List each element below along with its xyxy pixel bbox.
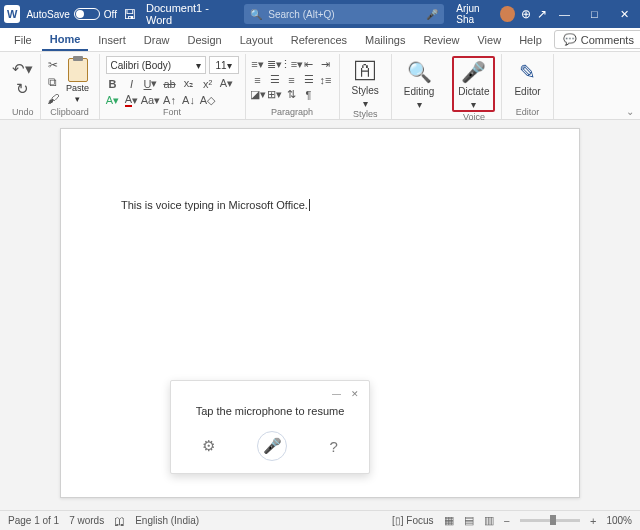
comments-button[interactable]: 💬 Comments (554, 30, 640, 49)
clipboard-group-label: Clipboard (47, 107, 93, 119)
shrink-font-icon[interactable]: A↓ (182, 94, 196, 106)
copy-icon[interactable]: ⧉ (47, 75, 59, 89)
align-center-icon[interactable]: ☰ (269, 73, 281, 86)
editing-button[interactable]: 🔍 Editing ▾ (398, 56, 441, 110)
close-button[interactable]: ✕ (612, 8, 636, 21)
maximize-button[interactable]: □ (582, 8, 606, 20)
borders-icon[interactable]: ⊞▾ (269, 88, 281, 101)
word-count[interactable]: 7 words (69, 515, 104, 526)
decrease-indent-icon[interactable]: ⇤ (303, 58, 315, 71)
superscript-icon[interactable]: x² (201, 78, 215, 90)
bullets-icon[interactable]: ≡▾ (252, 58, 264, 71)
mic-icon[interactable]: 🎤 (426, 9, 438, 20)
toggle-off-icon[interactable] (74, 8, 100, 20)
undo-icon[interactable]: ↶▾ (12, 60, 34, 78)
search-box[interactable]: 🔍 Search (Alt+Q) 🎤 (244, 4, 444, 24)
redo-icon[interactable]: ↻ (12, 80, 34, 98)
editor-icon: ✎ (519, 60, 536, 84)
user-account[interactable]: Arjun Sha (456, 3, 514, 25)
read-mode-icon[interactable]: ▦ (444, 514, 454, 527)
language-indicator[interactable]: English (India) (135, 515, 199, 526)
zoom-out-icon[interactable]: − (504, 515, 510, 527)
group-editor: ✎ Editor Editor (502, 54, 553, 119)
multilevel-icon[interactable]: ⋮≡▾ (286, 58, 298, 71)
group-clipboard: ✂ ⧉ 🖌 Paste ▾ Clipboard (41, 54, 100, 119)
tab-mailings[interactable]: Mailings (357, 30, 413, 50)
tab-design[interactable]: Design (179, 30, 229, 50)
dictate-button[interactable]: 🎤 Dictate ▾ (452, 56, 495, 112)
minimize-popup-icon[interactable]: — (332, 389, 341, 399)
search-icon: 🔍 (250, 9, 262, 20)
tab-review[interactable]: Review (415, 30, 467, 50)
tab-help[interactable]: Help (511, 30, 550, 50)
underline-icon[interactable]: U▾ (144, 77, 158, 90)
clear-formatting-icon[interactable]: A◇ (201, 94, 215, 107)
tab-insert[interactable]: Insert (90, 30, 134, 50)
clipboard-icon (68, 58, 88, 82)
justify-icon[interactable]: ☰ (303, 73, 315, 86)
tab-view[interactable]: View (469, 30, 509, 50)
highlight-icon[interactable]: A▾ (106, 94, 120, 107)
tab-layout[interactable]: Layout (232, 30, 281, 50)
styles-icon: 🄰 (355, 60, 375, 83)
sort-icon[interactable]: ⇅ (286, 88, 298, 101)
ribbon-tabs: File Home Insert Draw Design Layout Refe… (0, 28, 640, 52)
minimize-button[interactable]: — (553, 8, 577, 20)
dictate-message: Tap the microphone to resume (181, 405, 359, 417)
title-bar: W AutoSave Off 🖫 Document1 - Word 🔍 Sear… (0, 0, 640, 28)
format-painter-icon[interactable]: 🖌 (47, 92, 59, 106)
paste-label: Paste (66, 83, 89, 93)
italic-icon[interactable]: I (125, 78, 139, 90)
numbering-icon[interactable]: ≣▾ (269, 58, 281, 71)
tab-file[interactable]: File (6, 30, 40, 50)
help-icon[interactable]: ? (330, 438, 338, 455)
bold-icon[interactable]: B (106, 78, 120, 90)
styles-button[interactable]: 🄰 Styles ▾ (346, 56, 385, 109)
close-popup-icon[interactable]: ✕ (351, 389, 359, 399)
text-effects-icon[interactable]: A▾ (220, 77, 234, 90)
show-marks-icon[interactable]: ¶ (303, 88, 315, 101)
strikethrough-icon[interactable]: ab (163, 78, 177, 90)
ribbon-display-icon[interactable]: ↗ (537, 7, 547, 21)
editing-label: Editing (404, 86, 435, 97)
print-layout-icon[interactable]: ▤ (464, 514, 474, 527)
editing-icon: 🔍 (407, 60, 432, 84)
editor-label: Editor (514, 86, 540, 97)
microphone-button[interactable]: 🎤 (257, 431, 287, 461)
cut-icon[interactable]: ✂ (47, 58, 59, 72)
autosave-label: AutoSave (26, 9, 69, 20)
coming-soon-icon[interactable]: ⊕ (521, 7, 531, 21)
editor-button[interactable]: ✎ Editor (508, 56, 546, 97)
collapse-ribbon-icon[interactable]: ⌄ (626, 106, 634, 117)
web-layout-icon[interactable]: ▥ (484, 514, 494, 527)
focus-mode[interactable]: [▯] Focus (392, 515, 434, 526)
autosave-toggle[interactable]: AutoSave Off (26, 8, 117, 20)
align-left-icon[interactable]: ≡ (252, 73, 264, 86)
tab-home[interactable]: Home (42, 29, 89, 51)
zoom-in-icon[interactable]: + (590, 515, 596, 527)
font-color-icon[interactable]: A▾ (125, 93, 139, 107)
tab-draw[interactable]: Draw (136, 30, 178, 50)
align-right-icon[interactable]: ≡ (286, 73, 298, 86)
font-group-label: Font (106, 107, 239, 119)
font-size-selector[interactable]: 11▾ (209, 56, 239, 74)
spellcheck-icon[interactable]: 🕮 (114, 515, 125, 527)
line-spacing-icon[interactable]: ↕≡ (320, 73, 332, 86)
change-case-icon[interactable]: Aa▾ (144, 94, 158, 107)
shading-icon[interactable]: ◪▾ (252, 88, 264, 101)
increase-indent-icon[interactable]: ⇥ (320, 58, 332, 71)
grow-font-icon[interactable]: A↑ (163, 94, 177, 106)
user-name: Arjun Sha (456, 3, 496, 25)
save-icon[interactable]: 🖫 (123, 7, 136, 22)
page-indicator[interactable]: Page 1 of 1 (8, 515, 59, 526)
zoom-level[interactable]: 100% (606, 515, 632, 526)
tab-references[interactable]: References (283, 30, 355, 50)
gear-icon[interactable]: ⚙ (202, 437, 215, 455)
font-name-selector[interactable]: Calibri (Body) ▾ (106, 56, 206, 74)
group-editing: 🔍 Editing ▾ (392, 54, 447, 119)
zoom-slider[interactable] (520, 519, 580, 522)
subscript-icon[interactable]: x₂ (182, 77, 196, 90)
document-title: Document1 - Word (146, 2, 230, 26)
paste-button[interactable]: Paste ▾ (63, 58, 93, 104)
group-voice: 🎤 Dictate ▾ Voice (446, 54, 502, 119)
